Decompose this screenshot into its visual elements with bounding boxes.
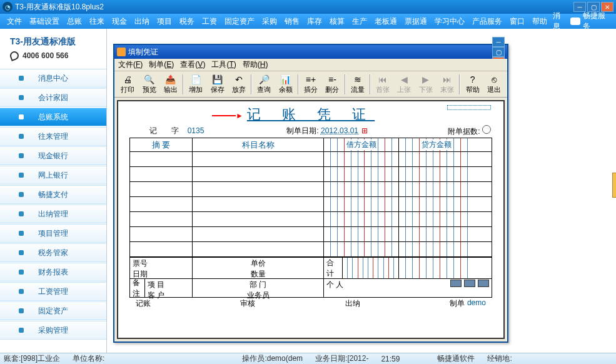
voucher-minimize-button[interactable]: ─ [492,37,505,47]
toolbar-delrow-button[interactable]: ≡-删分 [321,73,343,96]
cell-credit[interactable] [399,227,474,241]
cell-subject[interactable] [193,227,324,241]
toolbar-export-button[interactable]: 📤输出 [160,73,181,96]
sidebar-item-畅捷支付[interactable]: 畅捷支付 [0,185,106,204]
voucher-menu-查看[interactable]: 查看(V) [180,59,205,70]
grid-row[interactable] [130,227,492,242]
cell-credit[interactable] [399,242,474,256]
cell-summary[interactable] [130,242,193,256]
sidebar-item-网上银行[interactable]: 网上银行 [0,166,106,185]
sidebar-item-会计家园[interactable]: 会计家园 [0,88,106,107]
grid-row[interactable] [130,167,492,182]
toolbar-insert-button[interactable]: ≡+插分 [300,73,321,96]
toolbar-query-button[interactable]: 🔎查询 [253,73,275,96]
cell-subject[interactable] [193,242,324,256]
toolbar-exit-button[interactable]: ⎋退出 [483,73,505,96]
sidebar-item-固定资产[interactable]: 固定资产 [0,301,106,320]
toolbar-add-button[interactable]: 📄增加 [185,73,206,96]
voucher-menu-文件[interactable]: 文件(F) [118,59,143,70]
main-menu-销售[interactable]: 销售 [281,15,303,28]
toolbar-flow-button[interactable]: ≋流量 [347,73,368,96]
main-menu-帮助[interactable]: 帮助 [529,15,550,28]
sidebar-item-项目管理[interactable]: 项目管理 [0,224,106,243]
cell-subject[interactable] [193,152,324,166]
cell-debit[interactable] [324,197,399,211]
cell-summary[interactable] [130,167,193,181]
voucher-title[interactable]: 记 账 凭 证 [129,105,492,124]
main-menu-生产[interactable]: 生产 [349,15,370,28]
cell-subject[interactable] [193,182,324,196]
toolbar-discard-button[interactable]: ↶放弃 [228,73,250,96]
voucher-num-value[interactable]: 0135 [188,126,204,135]
toolbar-balance-button[interactable]: 📊余额 [275,73,296,96]
calendar-icon[interactable]: ⊞ [361,126,368,135]
cell-summary[interactable] [130,227,193,241]
sidebar-item-往来管理[interactable]: 往来管理 [0,127,106,146]
aux-button-2[interactable] [464,280,475,287]
voucher-menu-工具[interactable]: 工具(T) [211,59,236,70]
main-menu-出纳[interactable]: 出纳 [131,15,153,28]
main-menu-现金[interactable]: 现金 [109,15,130,28]
sidebar-item-消息中心[interactable]: 消息中心 [0,69,106,88]
sidebar-item-现金银行[interactable]: 现金银行 [0,146,106,165]
aux-button-3[interactable] [478,280,489,287]
main-menu-项目[interactable]: 项目 [154,15,175,28]
sidebar-item-采购管理[interactable]: 采购管理 [0,321,106,340]
magnify-icon[interactable] [482,125,491,134]
cell-credit[interactable] [399,212,474,226]
sidebar-item-出纳管理[interactable]: 出纳管理 [0,205,106,223]
main-menu-老板通[interactable]: 老板通 [371,15,400,28]
sidebar-item-总账系统[interactable]: 总账系统 [0,108,106,126]
voucher-maximize-button[interactable]: ▢ [492,47,505,57]
toolbar-print-button[interactable]: 🖨打印 [117,73,138,96]
cell-summary[interactable] [130,212,193,226]
sidebar-item-税务管家[interactable]: 税务管家 [0,243,106,262]
cell-debit[interactable] [324,182,399,196]
main-menu-总账[interactable]: 总账 [64,15,85,28]
main-menu-核算[interactable]: 核算 [326,15,348,28]
sidebar-item-工资管理[interactable]: 工资管理 [0,282,106,301]
main-menu-采购[interactable]: 采购 [259,15,280,28]
cell-debit[interactable] [324,227,399,241]
cell-debit[interactable] [324,212,399,226]
grid-row[interactable] [130,182,492,197]
main-menu-票据通[interactable]: 票据通 [401,15,430,28]
cell-debit[interactable] [324,152,399,166]
voucher-menu-帮助[interactable]: 帮助(H) [243,59,268,70]
cell-credit[interactable] [399,197,474,211]
main-menu-基础设置[interactable]: 基础设置 [26,15,63,28]
cell-subject[interactable] [193,212,324,226]
aux-button-1[interactable] [450,280,462,287]
toolbar-save-button[interactable]: 💾保存 [206,73,228,96]
cell-summary[interactable] [130,152,193,166]
main-menu-库存[interactable]: 库存 [304,15,325,28]
toolbar-help-button[interactable]: ?帮助 [462,73,483,96]
grid-row[interactable] [130,152,492,167]
voucher-date-value[interactable]: 2012.03.01 [321,126,358,135]
main-menu-工资[interactable]: 工资 [199,15,220,28]
cell-summary[interactable] [130,182,193,196]
toolbar-preview-button[interactable]: 🔍预览 [138,73,159,96]
cell-subject[interactable] [193,167,324,181]
cell-debit[interactable] [324,167,399,181]
main-menu-往来[interactable]: 往来 [86,15,108,28]
grid-row[interactable] [130,197,492,212]
cell-credit[interactable] [399,167,474,181]
grid-body[interactable] [130,152,492,257]
main-menu-产品服务[interactable]: 产品服务 [469,15,505,28]
background-tab[interactable]: 账 [612,173,616,198]
main-menu-税务[interactable]: 税务 [176,15,198,28]
grid-row[interactable] [130,212,492,227]
voucher-menu-制单[interactable]: 制单(E) [149,59,174,70]
cell-subject[interactable] [193,197,324,211]
cell-credit[interactable] [399,182,474,196]
main-menu-窗口[interactable]: 窗口 [507,15,528,28]
main-menu-学习中心[interactable]: 学习中心 [432,15,468,28]
grid-row[interactable] [130,242,492,257]
sidebar-item-财务报表[interactable]: 财务报表 [0,263,106,281]
cell-credit[interactable] [399,152,474,166]
bubble-icon[interactable] [570,18,580,25]
cell-summary[interactable] [130,197,193,211]
main-menu-固定资产[interactable]: 固定资产 [221,15,258,28]
main-menu-文件[interactable]: 文件 [4,15,25,28]
